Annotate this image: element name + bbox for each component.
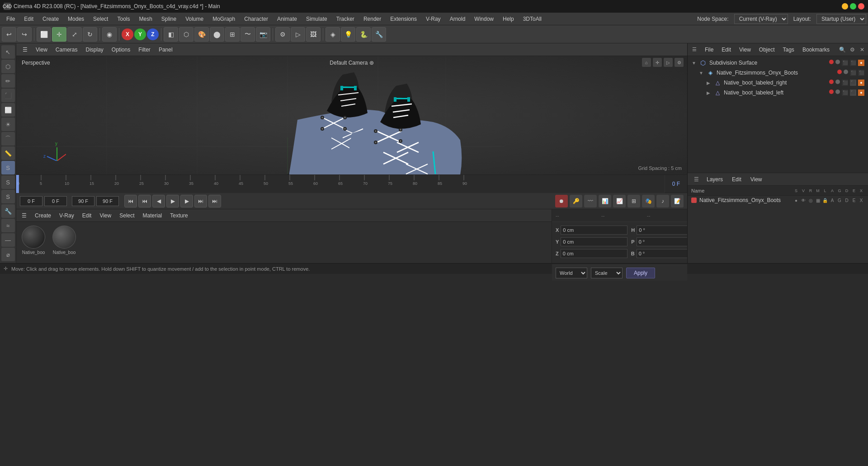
vp-menu-cameras[interactable]: Cameras bbox=[52, 46, 81, 54]
undo-button[interactable]: ↩ bbox=[2, 27, 16, 42]
layers-row-1[interactable]: Native_Fitzsimmons_Onyx_Boots ● 👁 ◎ ▦ 🔒 … bbox=[688, 196, 868, 205]
tool-camera[interactable]: ⬜ bbox=[1, 103, 15, 117]
menu-render[interactable]: Render bbox=[359, 14, 386, 24]
sculpt-tool[interactable]: ⬤ bbox=[210, 27, 224, 42]
mat-menu-vray[interactable]: V-Ray bbox=[56, 212, 78, 220]
tool-magnet[interactable]: 🔧 bbox=[1, 204, 15, 218]
timeline-button[interactable]: 📊 bbox=[599, 195, 611, 207]
memo-button[interactable]: 📝 bbox=[671, 195, 684, 207]
menu-3dtoall[interactable]: 3DToAll bbox=[519, 14, 546, 24]
tool-cube[interactable]: ⬛ bbox=[1, 89, 15, 102]
viewport[interactable]: Perspective Default Camera ⊛ Grid Spacin… bbox=[16, 56, 687, 174]
coord-z-input[interactable] bbox=[561, 249, 627, 258]
render-viewport-button[interactable]: ▷ bbox=[291, 27, 305, 42]
pose-button[interactable]: 🎭 bbox=[642, 195, 655, 207]
autokey-button[interactable]: 🔑 bbox=[570, 195, 582, 207]
obj-menu-icon[interactable]: ☰ bbox=[689, 45, 699, 55]
scale-tool[interactable]: ⤢ bbox=[67, 27, 82, 42]
mat-menu-create[interactable]: Create bbox=[31, 212, 55, 220]
mat-menu-icon[interactable]: ☰ bbox=[18, 212, 30, 220]
paint-tool[interactable]: 🎨 bbox=[194, 27, 209, 42]
menu-spline[interactable]: Spline bbox=[157, 14, 181, 24]
vp-ctrl-move[interactable]: ✛ bbox=[653, 58, 662, 67]
layer-icon-g[interactable]: G bbox=[836, 197, 843, 203]
mat-menu-view[interactable]: View bbox=[96, 212, 115, 220]
menu-window[interactable]: Window bbox=[470, 14, 498, 24]
layers-menu-view[interactable]: View bbox=[747, 175, 766, 184]
viewport-shade-button[interactable]: ◈ bbox=[326, 27, 340, 42]
frame-end-input[interactable] bbox=[72, 196, 94, 206]
layers-menu-icon[interactable]: ☰ bbox=[691, 174, 701, 184]
vp-ctrl-settings[interactable]: ⚙ bbox=[675, 58, 684, 67]
prev-frame-button[interactable]: ⏮ bbox=[138, 195, 151, 207]
layer-icon-v[interactable]: 👁 bbox=[800, 197, 807, 203]
vp-menu-options[interactable]: Options bbox=[108, 46, 134, 54]
move-tool[interactable]: ✛ bbox=[52, 27, 66, 42]
menu-modes[interactable]: Modes bbox=[63, 14, 89, 24]
tool-bend[interactable]: ⌒ bbox=[1, 132, 15, 146]
tool-s2[interactable]: S bbox=[1, 175, 15, 189]
play-button[interactable]: ▶ bbox=[166, 195, 179, 207]
layer-icon-s[interactable]: ● bbox=[793, 197, 799, 203]
menu-mesh[interactable]: Mesh bbox=[134, 14, 156, 24]
object-tool[interactable]: ◧ bbox=[164, 27, 178, 42]
tool-select[interactable]: S bbox=[1, 161, 15, 174]
select-box-button[interactable]: ⬜ bbox=[37, 27, 51, 42]
expand-icon-left[interactable]: ▶ bbox=[706, 90, 711, 95]
obj-menu-tags[interactable]: Tags bbox=[779, 46, 798, 54]
frame-total-input[interactable] bbox=[96, 196, 119, 206]
obj-close-icon[interactable]: ✕ bbox=[858, 46, 866, 54]
current-frame-display[interactable]: 0 F bbox=[665, 175, 687, 193]
tool-hair[interactable]: — bbox=[1, 233, 15, 247]
axis-z-button[interactable]: Z bbox=[147, 28, 159, 40]
material-item-2[interactable]: Native_boo bbox=[51, 226, 78, 255]
node-space-dropdown[interactable]: Current (V-Ray) bbox=[734, 14, 788, 24]
obj-search-icon[interactable]: 🔍 bbox=[838, 46, 846, 54]
layer-icon-x[interactable]: X bbox=[858, 197, 864, 203]
menu-simulate[interactable]: Simulate bbox=[302, 14, 332, 24]
menu-create[interactable]: Create bbox=[38, 14, 63, 24]
menu-mograph[interactable]: MoGraph bbox=[208, 14, 240, 24]
snap-tool[interactable]: ⬡ bbox=[179, 27, 193, 42]
menu-file[interactable]: File bbox=[2, 14, 19, 24]
frame-current-input[interactable] bbox=[44, 196, 67, 206]
layout-dropdown[interactable]: Startup (User) bbox=[816, 14, 866, 24]
menu-edit[interactable]: Edit bbox=[19, 14, 38, 24]
vp-menu-view[interactable]: View bbox=[32, 46, 51, 54]
menu-vray[interactable]: V-Ray bbox=[421, 14, 445, 24]
mat-menu-select[interactable]: Select bbox=[116, 212, 138, 220]
tool-ruler[interactable]: 📏 bbox=[1, 146, 15, 160]
vp-ctrl-render[interactable]: ▷ bbox=[664, 58, 673, 67]
timeline-ruler[interactable]: 0 5 10 15 20 25 30 35 40 bbox=[16, 175, 665, 193]
frame-start-input[interactable] bbox=[20, 196, 42, 206]
layers-menu-edit[interactable]: Edit bbox=[728, 175, 745, 184]
menu-volume[interactable]: Volume bbox=[181, 14, 208, 24]
transform-mode-dropdown[interactable]: Scale bbox=[591, 268, 623, 278]
menu-arnold[interactable]: Arnold bbox=[445, 14, 470, 24]
expand-icon-boots[interactable]: ▼ bbox=[698, 70, 704, 75]
minimize-button[interactable] bbox=[842, 3, 848, 9]
transform-space-dropdown[interactable]: World bbox=[556, 268, 587, 278]
maximize-button[interactable] bbox=[850, 3, 856, 9]
tool-light[interactable]: ☀ bbox=[1, 118, 15, 131]
redo-button[interactable]: ↪ bbox=[17, 27, 32, 42]
mat-menu-material[interactable]: Material bbox=[139, 212, 166, 220]
vp-menu-display[interactable]: Display bbox=[82, 46, 107, 54]
window-controls[interactable] bbox=[842, 3, 864, 9]
material-item-1[interactable]: Native_boo bbox=[20, 226, 47, 255]
layer-icon-a[interactable]: A bbox=[829, 197, 835, 203]
tool-pen[interactable]: ✏ bbox=[1, 74, 15, 88]
menu-select[interactable]: Select bbox=[89, 14, 113, 24]
goto-start-button[interactable]: ⏮ bbox=[124, 195, 137, 207]
menu-help[interactable]: Help bbox=[498, 14, 519, 24]
record-button[interactable]: ⏺ bbox=[555, 195, 568, 207]
expand-icon[interactable]: ▼ bbox=[691, 60, 697, 66]
expand-icon-right[interactable]: ▶ bbox=[706, 80, 711, 85]
prev-key-button[interactable]: ◀ bbox=[152, 195, 165, 207]
obj-menu-file[interactable]: File bbox=[701, 46, 717, 54]
spline-tool[interactable]: 〜 bbox=[241, 27, 255, 42]
render-settings-button[interactable]: ⚙ bbox=[275, 27, 290, 42]
next-frame-button[interactable]: ⏭ bbox=[194, 195, 207, 207]
rotate-tool[interactable]: ↻ bbox=[83, 27, 97, 42]
tool-deform[interactable]: ≈ bbox=[1, 219, 15, 232]
